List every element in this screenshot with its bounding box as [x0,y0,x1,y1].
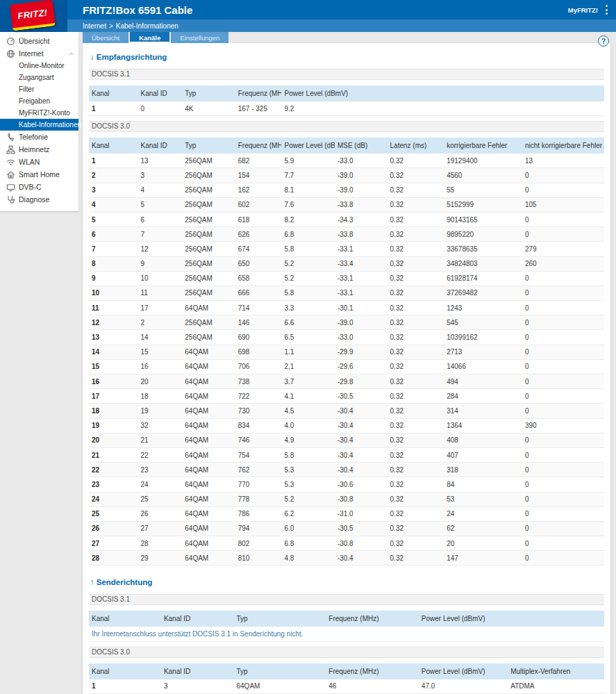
table-cell: 494 [444,374,522,389]
sidebar-item-diagnose[interactable]: Diagnose [0,193,78,206]
table-cell: 64QAM [182,345,235,359]
table-cell: 23 [138,463,182,477]
table-cell: 658 [235,271,282,286]
column-header: Kanal ID [161,611,234,627]
table-row: 23256QAM1547.7-39.00.3245600 [89,168,604,183]
table-cell: 0.32 [388,301,444,315]
table-row: 252664QAM7866.2-31.00.32240 [89,506,604,521]
table-cell: 9.2 [281,101,604,116]
table-cell: 0.32 [388,551,444,565]
table-cell: 0.32 [388,256,444,271]
table-cell: 16 [138,359,182,374]
table-cell: 12 [89,315,138,330]
sidebar-subitem-kabel-informationen[interactable]: Kabel-Informationen [0,119,78,131]
table-cell: 4.0 [281,418,334,433]
sidebar-subitem-zugangsart[interactable]: Zugangsart [0,72,78,83]
table-row: 212264QAM7545.8-30.40.324070 [89,447,604,462]
table-cell: -30.4 [335,463,388,477]
top-header: FRITZ! FRITZ!Box 6591 Cable MyFRITZ! [0,0,616,19]
column-header: korrigierbare Fehler [444,138,522,154]
table-row: 222364QAM7625.3-30.40.323180 [89,463,604,477]
sidebar-item-label: Heimnetz [19,145,49,154]
table-cell: 1.1 [281,345,334,359]
table-cell: 0.32 [388,212,444,226]
sidebar-subitem-online-monitor[interactable]: Online-Monitor [0,60,78,72]
myfritz-link[interactable]: MyFRITZ! [568,6,598,14]
table-cell: 0.32 [388,345,444,359]
table-cell: 64QAM [182,418,235,433]
table-row: 193264QAM8344.0-30.40.321364390 [89,418,604,433]
table-cell: 314 [444,404,522,418]
sidebar-item-heimnetz[interactable]: Heimnetz [0,143,78,156]
table-row: 67256QAM6266.8-33.80.3298952200 [89,227,604,242]
table-cell: 8.2 [281,212,334,226]
table-cell: 22 [89,463,138,477]
table-cell: 23 [89,477,138,492]
sidebar-item-label: Diagnose [19,195,49,204]
table-cell: 0.32 [388,389,444,404]
table-header-row: KanalKanal IDTypFrequenz (MHz)Power Leve… [89,85,604,101]
sidebar-item-telefonie[interactable]: Telefonie [0,131,78,143]
table-cell: 25 [89,506,138,521]
globe-icon [6,49,15,58]
table-cell: 0 [522,433,604,447]
sidebar-subitem-filter[interactable]: Filter [0,83,78,95]
sidebar-item-label: Internet [19,49,44,58]
table-cell: 256QAM [182,227,235,242]
sidebar-subitem-myfritz-konto[interactable]: MyFRITZ!-Konto [0,107,78,119]
breadcrumb-item-internet[interactable]: Internet [83,22,106,30]
table-cell: 5.8 [281,286,334,300]
table-cell: 27 [89,536,138,551]
kebab-menu-icon[interactable] [602,5,610,15]
table-cell: 0.32 [388,286,444,300]
table-cell: 8 [89,256,138,271]
tab-kanaele[interactable]: Kanäle [130,32,169,43]
table-row: 162064QAM7383.7-29.80.324940 [89,374,604,389]
table-cell: 20 [138,374,182,389]
column-header: Typ [182,85,235,101]
table-cell: -33.4 [335,256,388,271]
table-cell: 64QAM [182,463,235,477]
table-cell: 810 [235,551,282,565]
tab-einstellungen[interactable]: Einstellungen [171,32,228,43]
table-header-row: KanalKanal IDTypFrequenz (MHz)Power Leve… [89,138,604,154]
send-docsis30-section-title: DOCSIS 3.0 [89,647,604,658]
table-cell: 0.32 [388,418,444,433]
chevron-up-icon[interactable] [68,51,74,57]
table-cell: 0 [522,315,604,330]
table-cell: -30.4 [335,551,388,565]
table-cell: 3 [138,168,182,183]
table-row: 113256QAM6825.9-33.00.321912940013 [89,154,604,168]
content-card: ↓Empfangsrichtung DOCSIS 3.1 KanalKanal … [83,43,610,694]
table-cell: 0.32 [388,197,444,212]
table-cell: 10 [89,286,138,300]
sidebar-item-label: WLAN [19,158,40,166]
sidebar-item-dvb-c[interactable]: DVB-C [0,181,78,193]
table-cell: 5.9 [281,154,334,168]
table-cell: -30.6 [335,477,388,492]
table-cell: 162 [235,183,282,197]
fritz-logo[interactable]: FRITZ! [10,0,56,31]
breadcrumb: Internet > Kabel-Informationen [0,19,616,32]
tab-uebersicht[interactable]: Übersicht [83,32,128,43]
sidebar-subitem-freigaben[interactable]: Freigaben [0,95,78,107]
table-header-row: KanalKanal IDTypFrequenz (MHz)Power Leve… [89,611,604,627]
table-cell: -30.4 [335,418,388,433]
sidebar-item-internet[interactable]: Internet [0,47,78,60]
help-icon[interactable]: ? [598,35,609,47]
table-cell: 9895220 [444,227,522,242]
table-cell: 13 [138,154,182,168]
sidebar-item-wlan[interactable]: WLAN [0,156,78,168]
table-row: 712256QAM6745.8-33.10.3233678635279 [89,242,604,256]
sidebar-item-uebersicht[interactable]: Übersicht [0,35,78,47]
sidebar-item-smart-home[interactable]: Smart Home [0,168,78,181]
table-cell: -30.4 [335,447,388,462]
table-cell: 90143165 [444,212,522,226]
table-cell: 167 - 325 [235,101,282,116]
table-cell: ATDMA [508,679,604,694]
table-cell: 618 [235,212,282,226]
table-cell: 0 [522,286,604,300]
table-cell: 1 [89,679,161,694]
sidebar: Übersicht Internet Online-Monitor Zugang… [0,32,78,211]
column-header: nicht korrigierbare Fehler [522,138,604,154]
